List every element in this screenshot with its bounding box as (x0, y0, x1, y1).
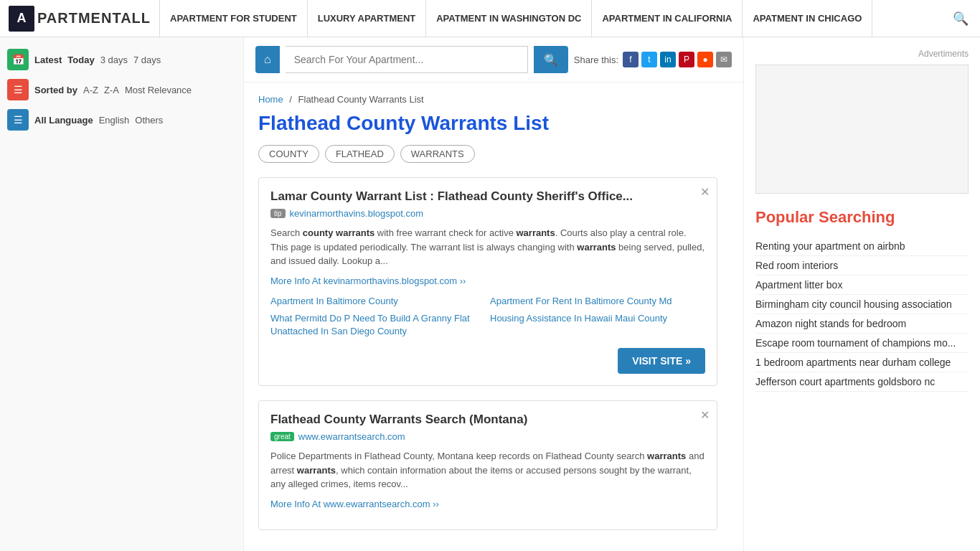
sidebar-latest-label: Latest (34, 55, 62, 65)
tag-county[interactable]: COUNTY (258, 145, 319, 163)
result-close-1[interactable]: ✕ (700, 185, 710, 199)
result-card-1: ✕ Lamar County Warrant List : Flathead C… (258, 177, 717, 386)
result-title-2: Flathead County Warrants Search (Montana… (270, 413, 705, 427)
sidebar-left: 📅 Latest Today 3 days 7 days ☰ Sorted by… (0, 37, 244, 551)
breadcrumb-current: Flathead County Warrants List (298, 94, 424, 105)
popular-item-2[interactable]: Red room interiors (755, 256, 969, 276)
top-nav: A PARTMENTALL APARTMENT FOR STUDENT LUXU… (0, 0, 980, 37)
nav-search-icon[interactable]: 🔍 (941, 0, 980, 37)
nav-links: APARTMENT FOR STUDENT LUXURY APARTMENT A… (160, 0, 980, 37)
logo-area[interactable]: A PARTMENTALL (0, 0, 160, 37)
popular-list: Renting your apartment on airbnb Red roo… (755, 237, 969, 392)
sidebar-latest-options: Today 3 days 7 days (67, 55, 161, 65)
sort-relevance[interactable]: Most Relevance (125, 85, 192, 95)
sidebar-sorted-row: ☰ Sorted by A-Z Z-A Most Relevance (0, 75, 243, 105)
pinterest-share-icon[interactable]: P (679, 52, 694, 67)
latest-3days[interactable]: 3 days (100, 55, 128, 65)
sidebar-latest-row: 📅 Latest Today 3 days 7 days (0, 44, 243, 75)
result-badge-2: great (270, 432, 294, 441)
result-link-1-3[interactable]: What Permitd Do P Need To Build A Granny… (270, 312, 486, 338)
sidebar-sorted-label: Sorted by (34, 85, 77, 95)
search-button[interactable]: 🔍 (534, 46, 568, 73)
main-content: Home / Flathead County Warrants List Fla… (244, 83, 732, 551)
result-url-1[interactable]: kevinarmorthavins.blogspot.com (290, 208, 423, 219)
share-area: Share this: f t in P ● ✉ (574, 52, 732, 67)
sidebar-lang-options: English Others (99, 115, 164, 126)
result-links-grid-1: Apartment In Baltimore County Apartment … (270, 295, 705, 339)
twitter-share-icon[interactable]: t (641, 52, 657, 67)
sort-za[interactable]: Z-A (104, 85, 119, 95)
latest-today[interactable]: Today (67, 55, 94, 65)
logo-text: PARTMENTALL (37, 10, 151, 27)
home-button[interactable]: ⌂ (255, 46, 280, 73)
ads-banner (755, 65, 969, 194)
result-title-1: Lamar County Warrant List : Flathead Cou… (270, 189, 705, 204)
sorted-icon: ☰ (7, 79, 29, 100)
result-close-2[interactable]: ✕ (700, 408, 710, 422)
lang-icon: ☰ (7, 109, 29, 131)
popular-title: Popular Searching (755, 208, 969, 227)
logo-letter: A (17, 11, 27, 26)
search-row: ⌂ 🔍 Share this: f t in P ● ✉ (244, 37, 743, 83)
result-link-1-4[interactable]: Housing Assistance In Hawaii Maui County (490, 312, 705, 338)
tags: COUNTY FLATHEAD WARRANTS (258, 145, 717, 163)
facebook-share-icon[interactable]: f (623, 52, 639, 67)
sort-az[interactable]: A-Z (83, 85, 98, 95)
result-more-link-2[interactable]: More Info At www.ewarrantsearch.com ›› (270, 499, 705, 509)
result-more-link-1[interactable]: More Info At kevinarmorthavins.blogspot.… (270, 276, 705, 286)
popular-item-3[interactable]: Apartment litter box (755, 276, 969, 295)
breadcrumb-sep: / (289, 94, 292, 105)
breadcrumb-home[interactable]: Home (258, 94, 283, 105)
result-url-row-2: great www.ewarrantsearch.com (270, 431, 705, 442)
sidebar-sorted-options: A-Z Z-A Most Relevance (83, 85, 192, 95)
result-badge-1: tip (270, 209, 286, 218)
email-share-icon[interactable]: ✉ (716, 52, 732, 67)
popular-item-7[interactable]: 1 bedroom apartments near durham college (755, 353, 969, 372)
share-label: Share this: (574, 55, 618, 65)
latest-7days[interactable]: 7 days (133, 55, 161, 65)
sidebar-lang-label: All Language (34, 115, 93, 126)
tag-flathead[interactable]: FLATHEAD (325, 145, 395, 163)
visit-btn-1[interactable]: VISIT SITE » (618, 348, 705, 374)
result-link-1-1[interactable]: Apartment In Baltimore County (270, 295, 486, 308)
search-input[interactable] (286, 46, 528, 73)
popular-item-5[interactable]: Amazon night stands for bedroom (755, 314, 969, 334)
result-url-2[interactable]: www.ewarrantsearch.com (298, 431, 405, 442)
right-sidebar: Advertiments Popular Searching Renting y… (743, 37, 980, 551)
result-link-1-2[interactable]: Apartment For Rent In Baltimore County M… (490, 295, 705, 308)
lang-others[interactable]: Others (135, 115, 163, 126)
clearfix-1: VISIT SITE » (270, 348, 705, 374)
latest-icon: 📅 (7, 49, 29, 70)
sidebar-lang-row: ☰ All Language English Others (0, 105, 243, 135)
content-area: ⌂ 🔍 Share this: f t in P ● ✉ Home / (244, 37, 743, 551)
popular-item-8[interactable]: Jefferson court apartments goldsboro nc (755, 372, 969, 392)
result-desc-1: Search county warrants with free warrant… (270, 226, 705, 268)
main-layout: 📅 Latest Today 3 days 7 days ☰ Sorted by… (0, 37, 980, 551)
page-title: Flathead County Warrants List (258, 112, 717, 135)
share-icons: f t in P ● ✉ (623, 52, 732, 67)
result-url-row-1: tip kevinarmorthavins.blogspot.com (270, 208, 705, 219)
popular-item-1[interactable]: Renting your apartment on airbnb (755, 237, 969, 256)
popular-item-4[interactable]: Birmingham city council housing associat… (755, 295, 969, 314)
result-desc-2: Police Departments in Flathead County, M… (270, 449, 705, 491)
reddit-share-icon[interactable]: ● (697, 52, 713, 67)
lang-english[interactable]: English (99, 115, 130, 126)
ads-label: Advertiments (755, 49, 969, 59)
logo-box: A (9, 6, 34, 32)
nav-link-washington[interactable]: APATMENT IN WASHINGTON DC (426, 0, 592, 37)
nav-link-luxury[interactable]: LUXURY APARTMENT (308, 0, 427, 37)
nav-link-student[interactable]: APARTMENT FOR STUDENT (160, 0, 308, 37)
linkedin-share-icon[interactable]: in (660, 52, 676, 67)
tag-warrants[interactable]: WARRANTS (400, 145, 475, 163)
nav-link-california[interactable]: APARTMENT IN CALIFORNIA (592, 0, 743, 37)
result-card-2: ✕ Flathead County Warrants Search (Monta… (258, 400, 717, 530)
breadcrumb: Home / Flathead County Warrants List (258, 94, 717, 105)
popular-item-6[interactable]: Escape room tournament of champions mo..… (755, 334, 969, 353)
nav-link-chicago[interactable]: APATMENT IN CHICAGO (743, 0, 872, 37)
